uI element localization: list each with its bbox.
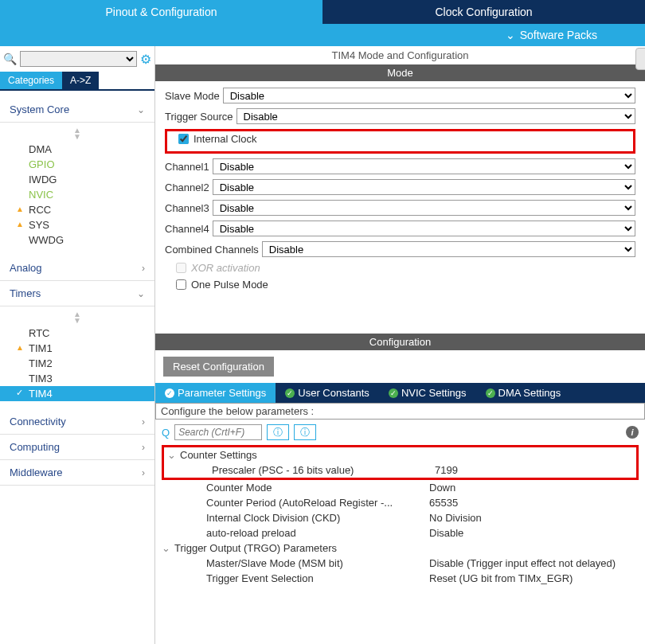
cat-label: Timers bbox=[10, 287, 41, 299]
item-wwdg[interactable]: WWDG bbox=[0, 232, 154, 248]
tab-clock[interactable]: Clock Configuration bbox=[322, 0, 645, 24]
sidebar: 🔍 ⚙ Categories A->Z System Core ⌄ ▲▼ DMA… bbox=[0, 46, 155, 644]
annotation-highlight: ⌄ Counter Settings Prescaler (PSC - 16 b… bbox=[162, 445, 639, 480]
chevron-down-icon: ⌄ bbox=[137, 288, 145, 299]
check-icon: ✓ bbox=[285, 388, 295, 398]
chevron-down-icon: ⌄ bbox=[167, 449, 180, 461]
combined-channels-label: Combined Channels bbox=[165, 244, 259, 256]
sub-bar: ⌄ Software Packs bbox=[0, 24, 645, 46]
chevron-right-icon: › bbox=[142, 416, 145, 427]
chevron-down-icon: ⌄ bbox=[506, 29, 515, 41]
item-dma[interactable]: DMA bbox=[0, 142, 154, 157]
xor-checkbox bbox=[176, 263, 186, 273]
group-trgo[interactable]: ⌄ Trigger Output (TRGO) Parameters bbox=[162, 541, 639, 556]
content-panel: TIM4 Mode and Configuration Mode Slave M… bbox=[155, 46, 645, 644]
mode-header: Mode bbox=[155, 64, 645, 81]
channel2-label: Channel2 bbox=[165, 181, 209, 193]
slave-mode-label: Slave Mode bbox=[165, 90, 220, 102]
internal-clock-checkbox[interactable] bbox=[178, 134, 189, 144]
item-tim3[interactable]: TIM3 bbox=[0, 371, 154, 386]
param-tree: ⌄ Counter Settings Prescaler (PSC - 16 b… bbox=[155, 445, 645, 594]
chevron-right-icon: › bbox=[142, 467, 145, 478]
param-preload[interactable]: auto-reload preload Disable bbox=[162, 525, 639, 541]
channel1-label: Channel1 bbox=[165, 161, 209, 173]
check-icon: ✓ bbox=[486, 388, 495, 398]
cat-label: Computing bbox=[10, 441, 60, 453]
cat-timers[interactable]: Timers ⌄ bbox=[0, 281, 154, 306]
one-pulse-label: One Pulse Mode bbox=[191, 279, 268, 291]
item-nvic[interactable]: NVIC bbox=[0, 187, 154, 202]
item-iwdg[interactable]: IWDG bbox=[0, 172, 154, 187]
params-header: Configure the below parameters : bbox=[155, 403, 645, 420]
trigger-source-select[interactable]: Disable bbox=[236, 108, 636, 124]
cat-computing[interactable]: Computing › bbox=[0, 435, 154, 460]
cat-middleware[interactable]: Middleware › bbox=[0, 460, 154, 486]
panel-handle[interactable] bbox=[635, 48, 645, 70]
item-tim1[interactable]: TIM1 bbox=[0, 341, 154, 356]
item-sys[interactable]: SYS bbox=[0, 217, 154, 232]
param-counter-period[interactable]: Counter Period (AutoReload Register -...… bbox=[162, 495, 639, 510]
search-icon: Q bbox=[162, 427, 170, 439]
category-tree: System Core ⌄ ▲▼ DMA GPIO IWDG NVIC RCC … bbox=[0, 91, 154, 644]
channel3-select[interactable]: Disable bbox=[213, 200, 635, 216]
param-trigger-event[interactable]: Trigger Event Selection Reset (UG bit fr… bbox=[162, 571, 639, 586]
cat-label: Analog bbox=[10, 262, 41, 274]
tab-user-constants[interactable]: ✓User Constants bbox=[276, 383, 379, 403]
cat-connectivity[interactable]: Connectivity › bbox=[0, 409, 154, 435]
channel2-select[interactable]: Disable bbox=[213, 179, 635, 195]
trigger-source-label: Trigger Source bbox=[165, 111, 233, 123]
cat-label: Connectivity bbox=[10, 416, 66, 427]
param-msm[interactable]: Master/Slave Mode (MSM bit) Disable (Tri… bbox=[162, 556, 639, 571]
panel-title: TIM4 Mode and Configuration bbox=[155, 46, 645, 64]
tab-pinout[interactable]: Pinout & Configuration bbox=[0, 0, 322, 24]
software-packs-label[interactable]: Software Packs bbox=[520, 29, 597, 41]
one-pulse-checkbox[interactable] bbox=[176, 279, 186, 290]
check-icon: ✓ bbox=[165, 388, 174, 398]
internal-clock-label: Internal Clock bbox=[194, 133, 256, 145]
top-tabs: Pinout & Configuration Clock Configurati… bbox=[0, 0, 645, 24]
tab-nvic-settings[interactable]: ✓NVIC Settings bbox=[379, 383, 476, 403]
xor-label: XOR activation bbox=[191, 262, 260, 274]
item-tim4[interactable]: TIM4 bbox=[0, 386, 154, 401]
info-icon[interactable]: i bbox=[626, 426, 639, 439]
config-header: Configuration bbox=[155, 334, 645, 350]
search-next-button[interactable]: ⓘ bbox=[294, 424, 316, 440]
scroll-indicator: ▲▼ bbox=[0, 126, 154, 142]
tab-az[interactable]: A->Z bbox=[62, 72, 99, 89]
param-counter-mode[interactable]: Counter Mode Down bbox=[162, 480, 639, 495]
tab-dma-settings[interactable]: ✓DMA Settings bbox=[476, 383, 571, 403]
slave-mode-select[interactable]: Disable bbox=[223, 88, 635, 103]
channel4-label: Channel4 bbox=[165, 223, 209, 235]
item-rcc[interactable]: RCC bbox=[0, 202, 154, 217]
group-counter-settings[interactable]: ⌄ Counter Settings bbox=[167, 447, 633, 463]
config-tabs: ✓Parameter Settings ✓User Constants ✓NVI… bbox=[155, 383, 645, 403]
chevron-down-icon: ⌄ bbox=[137, 104, 145, 115]
param-prescaler[interactable]: Prescaler (PSC - 16 bits value) 7199 bbox=[167, 463, 633, 478]
cat-label: System Core bbox=[10, 103, 69, 115]
scroll-indicator: ▲▼ bbox=[0, 310, 154, 326]
search-icon: 🔍 bbox=[3, 53, 17, 65]
channel4-select[interactable]: Disable bbox=[213, 221, 635, 236]
tab-parameter-settings[interactable]: ✓Parameter Settings bbox=[155, 383, 276, 403]
search-prev-button[interactable]: ⓘ bbox=[267, 424, 289, 440]
item-rtc[interactable]: RTC bbox=[0, 326, 154, 341]
cat-analog[interactable]: Analog › bbox=[0, 256, 154, 281]
cat-label: Middleware bbox=[10, 466, 62, 478]
gear-icon[interactable]: ⚙ bbox=[140, 52, 151, 67]
param-search-input[interactable] bbox=[174, 424, 262, 440]
check-icon: ✓ bbox=[389, 388, 398, 398]
combined-channels-select[interactable]: Disable bbox=[262, 241, 635, 257]
chevron-right-icon: › bbox=[142, 263, 145, 274]
channel3-label: Channel3 bbox=[165, 202, 209, 214]
chevron-down-icon: ⌄ bbox=[162, 542, 174, 554]
search-input[interactable] bbox=[20, 51, 137, 67]
annotation-highlight: Internal Clock bbox=[165, 129, 635, 154]
item-tim2[interactable]: TIM2 bbox=[0, 356, 154, 371]
item-gpio[interactable]: GPIO bbox=[0, 157, 154, 172]
reset-config-button[interactable]: Reset Configuration bbox=[163, 357, 274, 377]
cat-system-core[interactable]: System Core ⌄ bbox=[0, 97, 154, 123]
channel1-select[interactable]: Disable bbox=[213, 158, 635, 174]
mode-body: Slave Mode Disable Trigger Source Disabl… bbox=[155, 81, 645, 302]
param-ckd[interactable]: Internal Clock Division (CKD) No Divisio… bbox=[162, 510, 639, 525]
tab-categories[interactable]: Categories bbox=[0, 72, 62, 89]
